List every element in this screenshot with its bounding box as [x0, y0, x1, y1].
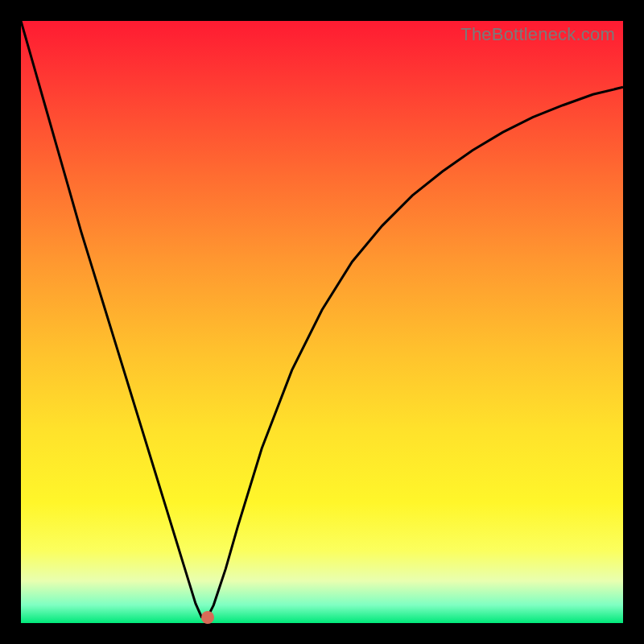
- chart-frame: TheBottleneck.com: [0, 0, 644, 644]
- plot-area: TheBottleneck.com: [21, 21, 623, 623]
- bottleneck-curve: [21, 21, 623, 623]
- optimal-point-marker: [201, 611, 214, 624]
- watermark-text: TheBottleneck.com: [460, 24, 615, 45]
- curve-path: [21, 21, 623, 617]
